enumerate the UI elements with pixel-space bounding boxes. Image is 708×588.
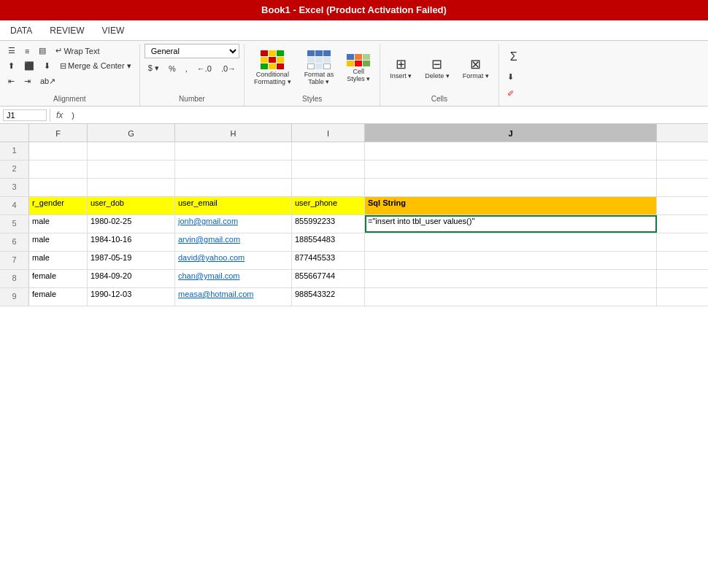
cell-j3[interactable] [365,179,657,196]
cell-j-row5[interactable] [365,288,657,306]
ribbon-group-editing: Σ ⬇ ✐ [499,44,528,106]
cell-h3[interactable] [175,179,292,196]
cell-f-row4[interactable]: female [29,270,88,287]
format-as-table-label: Format asTable ▾ [304,71,334,85]
cell-h-row3[interactable]: david@yahoo.com [175,252,292,269]
align-right-btn[interactable]: ▤ [35,44,50,58]
cell-g-row5[interactable]: 1990-12-03 [88,288,175,306]
cell-g-row2[interactable]: 1984-10-16 [88,233,175,251]
cell-h-row2[interactable]: arvin@gmail.com [175,233,292,251]
cell-f-row2[interactable]: male [29,233,88,251]
col-header-h[interactable]: H [175,124,292,142]
col-header-f[interactable]: F [29,124,88,142]
clear-btn[interactable]: ✐ [504,87,524,101]
cell-h-row4[interactable]: chan@ymail.com [175,270,292,287]
cell-i-row0[interactable]: user_phone [292,197,365,214]
col-header-g[interactable]: G [88,124,175,142]
cell-g-row3[interactable]: 1987-05-19 [88,252,175,269]
fill-btn[interactable]: ⬇ [504,70,524,84]
cell-f3[interactable] [29,179,88,196]
autosum-btn[interactable]: Σ [504,47,524,67]
cell-h-row1[interactable]: jonh@gmail.com [175,215,292,233]
cell-i-row5[interactable]: 988543322 [292,288,365,306]
menu-item-data[interactable]: DATA [6,24,36,37]
cell-f-row1[interactable]: male [29,215,88,233]
cell-j-row1[interactable]: ="insert into tbl_user values()" [365,215,657,233]
align-top-btn[interactable]: ⬆ [4,59,18,73]
row-num-data-0: 4 [0,197,29,214]
percent-icon: % [169,64,176,73]
align-top-icon: ⬆ [8,61,15,71]
cell-i-row3[interactable]: 877445533 [292,252,365,269]
cell-f-row3[interactable]: male [29,252,88,269]
cell-h-row0[interactable]: user_email [175,197,292,214]
indent-decrease-btn[interactable]: ⇤ [4,74,18,88]
cell-i-row2[interactable]: 188554483 [292,233,365,251]
cell-g3[interactable] [88,179,175,196]
increase-decimal-btn[interactable]: ←.0 [193,62,215,75]
comma-btn[interactable]: , [182,62,191,75]
ribbon-group-number: General Number Currency Text $ ▾ % , ←.0 [140,44,245,106]
text-orientation-btn[interactable]: ab↗ [36,74,59,88]
cell-f-row0[interactable]: r_gender [29,197,88,214]
insert-label: Insert ▾ [390,72,412,80]
wrap-text-icon: ↵ [55,46,62,55]
cell-j-row3[interactable] [365,252,657,269]
column-header-row: F G H I J [0,124,708,142]
indent-increase-icon: ⇥ [24,77,31,86]
cell-i-row4[interactable]: 855667744 [292,270,365,287]
cell-reference-input[interactable] [3,109,47,121]
fill-icon: ⬇ [507,72,514,82]
cell-styles-btn[interactable]: CellStyles ▾ [342,47,375,89]
row-num-2: 2 [0,160,29,178]
align-bottom-icon: ⬇ [44,61,50,71]
cell-f-row5[interactable]: female [29,288,88,306]
cell-h1[interactable] [175,142,292,160]
indent-increase-btn[interactable]: ⇥ [20,74,34,88]
col-header-i[interactable]: I [292,124,365,142]
cell-g2[interactable] [88,160,175,178]
cell-g1[interactable] [88,142,175,160]
menu-item-view[interactable]: VIEW [98,24,129,37]
empty-row-2: 2 [0,160,708,179]
cell-i2[interactable] [292,160,365,178]
conditional-formatting-btn[interactable]: ConditionalFormatting ▾ [249,47,296,89]
cell-g-row4[interactable]: 1984-09-20 [88,270,175,287]
cell-j2[interactable] [365,160,657,178]
cell-j-row2[interactable] [365,233,657,251]
menu-item-review[interactable]: REVIEW [45,24,88,37]
align-left-btn[interactable]: ☰ [4,44,19,58]
cell-i3[interactable] [292,179,365,196]
col-header-j[interactable]: J [365,124,657,142]
formula-bar: fx ) [0,107,708,124]
row-num-header [0,124,29,142]
ribbon-group-alignment: ☰ ≡ ▤ ↵ Wrap Text ⬆ ⬛ [0,44,140,106]
cell-i1[interactable] [292,142,365,160]
decrease-decimal-btn[interactable]: .0→ [218,62,239,75]
align-middle-btn[interactable]: ⬛ [20,59,38,73]
cell-h-row5[interactable]: measa@hotmail.com [175,288,292,306]
align-middle-icon: ⬛ [24,61,34,71]
format-btn[interactable]: ⊠ Format ▾ [458,47,494,89]
cell-h2[interactable] [175,160,292,178]
percent-btn[interactable]: % [165,62,180,75]
currency-icon: $ ▾ [148,63,159,73]
cell-j-row0[interactable]: Sql String [365,197,657,214]
cell-i-row1[interactable]: 855992233 [292,215,365,233]
align-center-btn[interactable]: ≡ [21,45,33,58]
format-as-table-btn[interactable]: Format asTable ▾ [299,47,339,89]
insert-btn[interactable]: ⊞ Insert ▾ [385,47,417,89]
cell-j-row4[interactable] [365,270,657,287]
cell-f1[interactable] [29,142,88,160]
merge-center-btn[interactable]: ⊟ Merge & Center ▾ [56,59,135,73]
cell-g-row1[interactable]: 1980-02-25 [88,215,175,233]
wrap-text-btn[interactable]: ↵ Wrap Text [52,44,103,58]
cell-g-row0[interactable]: user_dob [88,197,175,214]
number-format-dropdown[interactable]: General Number Currency Text [145,44,239,58]
row-num-3: 3 [0,179,29,196]
align-bottom-btn[interactable]: ⬇ [40,59,54,73]
delete-btn[interactable]: ⊟ Delete ▾ [420,47,455,89]
currency-btn[interactable]: $ ▾ [145,61,163,75]
cell-f2[interactable] [29,160,88,178]
cell-j1[interactable] [365,142,657,160]
